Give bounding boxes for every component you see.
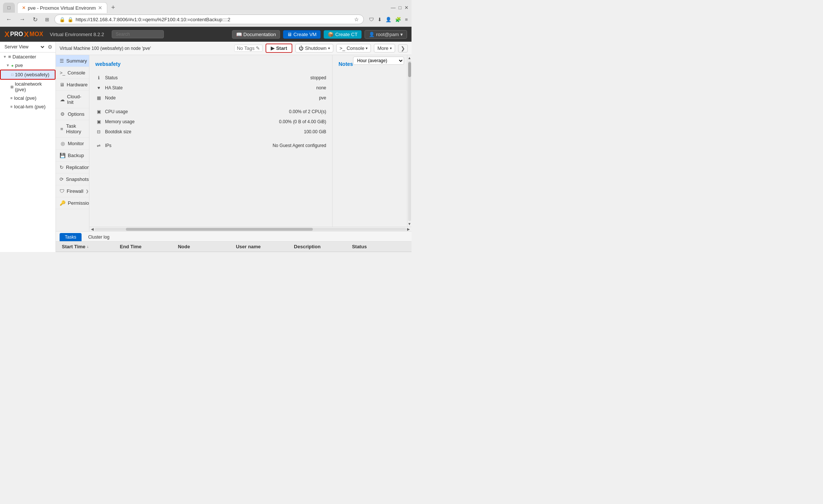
browser-tab-active[interactable]: ✕ pve - Proxmox Virtual Environm ✕ [17,2,108,13]
profile-icon[interactable]: 👤 [385,17,391,22]
new-tab-button[interactable]: + [109,4,117,12]
bookmark-icon[interactable]: ☆ [354,16,359,22]
vm-toolbar: Virtual Machine 100 (websafety) on node … [56,42,412,55]
nav-item-task-history[interactable]: ≡ Task History [56,120,89,138]
user-menu[interactable]: 👤 root@pam ▾ [365,30,407,39]
vm-icon: □ [11,73,13,77]
nav-item-permissions[interactable]: 🔑 Permissions [56,197,89,209]
logo-x1: X [4,30,9,39]
nav-item-cloud-init[interactable]: ☁ Cloud-Init [56,91,89,108]
h-scroll-track[interactable] [95,228,406,231]
back-button[interactable]: ← [4,15,14,23]
bottom-table-header: Start Time ↓ End Time Node User name Des… [56,242,412,252]
window-close-button[interactable]: ✕ [404,5,409,10]
tab-cluster-log[interactable]: Cluster log [83,233,115,241]
scroll-up-button[interactable]: ▲ [408,56,412,60]
nav-item-hardware[interactable]: 🖥 Hardware [56,79,89,91]
col-status[interactable]: Status [350,243,408,250]
right-scrollbar[interactable]: ▲ ▼ [407,55,412,227]
nav-item-console[interactable]: >_ Console [56,67,89,79]
scroll-thumb[interactable] [408,62,411,77]
tags-button[interactable]: No Tags ✎ [234,45,263,52]
sidebar-item-pve[interactable]: ▼ ● pve [0,61,55,70]
reload-button[interactable]: ↻ [31,15,40,24]
memory-icon: ▣ [95,119,102,124]
hardware-icon: 🖥 [60,82,64,87]
create-ct-button[interactable]: 📦 Create CT [324,30,362,39]
console-button[interactable]: >_ Console ▾ [336,44,371,52]
window-minimize-button[interactable]: — [391,5,395,10]
shield-icon[interactable]: 🛡 [369,17,374,22]
nav-item-backup[interactable]: 💾 Backup [56,150,89,162]
nav-item-replication[interactable]: ↻ Replication [56,162,89,173]
nav-item-summary[interactable]: ☰ Summary [56,55,89,67]
pve-label: pve [15,63,23,68]
scroll-down-button[interactable]: ▼ [408,222,412,226]
nav-right-button[interactable]: ❯ [398,44,408,52]
extensions-button[interactable]: ⊞ [43,16,51,23]
nav-item-monitor[interactable]: ◎ Monitor [56,138,89,150]
lvm-icon: ≡ [10,105,13,109]
shutdown-button[interactable]: ⏻ Shutdown ▾ [295,44,333,52]
sidebar-item-local[interactable]: ≡ local (pve) [0,94,55,102]
browser-tab-inactive[interactable]: □ [3,3,15,13]
sidebar-item-vm100[interactable]: □ 100 (websafety) [0,70,55,80]
col-node[interactable]: Node [176,243,234,250]
col-start-time[interactable]: Start Time ↓ [60,243,118,250]
tab-close-icon[interactable]: ✕ [98,5,102,11]
backup-label: Backup [68,153,84,158]
address-bar[interactable]: 🔒 🔒 https://192.168.4.7:8006/#v1:0:=qemu… [54,15,364,24]
search-input[interactable] [112,30,164,38]
nav-item-snapshots[interactable]: ⟳ Snapshots [56,173,89,185]
sidebar-item-datacenter[interactable]: ▼ ≡ Datacenter [0,52,55,61]
logo-x2: X [24,30,29,39]
documentation-label: Documentation [244,32,276,37]
network-icon: ⊞ [10,85,13,89]
extensions-icon[interactable]: 🧩 [395,17,401,22]
sidebar-item-localnetwork[interactable]: ⊞ localnetwork (pve) [0,80,55,94]
menu-icon[interactable]: ≡ [405,17,408,22]
ips-icon: ⇌ [95,143,102,148]
nav-item-options[interactable]: ⚙ Options [56,108,89,120]
task-history-label: Task History [66,123,85,134]
bottom-bar: Tasks Cluster log Start Time ↓ End Time … [56,231,412,252]
scroll-track[interactable] [408,61,411,221]
node-row: ▦ Node pve [95,93,326,103]
h-scroll-left-button[interactable]: ◀ [90,227,95,231]
horizontal-scrollbar: ◀ ▶ [89,227,412,231]
start-button[interactable]: ▶ Start [266,44,292,53]
nav-item-firewall[interactable]: 🛡 Firewall ❯ [56,185,89,197]
sidebar-item-local-lvm[interactable]: ≡ local-lvm (pve) [0,102,55,111]
create-vm-button[interactable]: 🖥 Create VM [283,30,321,39]
create-ct-label: Create CT [335,32,358,37]
col-end-time[interactable]: End Time [118,243,176,250]
datacenter-label: Datacenter [13,54,36,60]
console-label: Console [347,45,365,51]
end-time-label: End Time [120,244,142,249]
download-icon[interactable]: ⬇ [378,17,382,22]
forward-button[interactable]: → [17,15,28,23]
node-icon: ▦ [95,95,102,101]
storage-icon: ≡ [10,96,13,100]
more-button[interactable]: More ▾ [374,44,395,52]
documentation-button[interactable]: 📖 Documentation [232,30,280,39]
status-value: stopped [310,75,326,80]
replication-label: Replication [66,165,89,170]
time-period-select[interactable]: Hour (average) Hour (detail) Day (averag… [353,57,404,65]
tab-tasks[interactable]: Tasks [60,233,82,241]
gear-icon[interactable]: ⚙ [48,44,53,50]
start-label: Start [276,45,287,51]
h-scroll-thumb[interactable] [126,228,313,231]
console-nav-label: Console [67,70,85,76]
h-scroll-right-button[interactable]: ▶ [406,227,411,231]
localnetwork-label: localnetwork (pve) [15,81,53,92]
replication-icon: ↻ [60,165,64,170]
console-nav-icon: >_ [60,70,65,76]
expand-pve-icon: ▼ [6,63,10,67]
more-label: More [377,45,388,51]
server-view-select[interactable]: Server View [3,44,45,50]
col-description[interactable]: Description [292,243,350,250]
nav-menu: ☰ Summary >_ Console 🖥 Hardware ☁ Cloud-… [56,55,89,231]
col-user-name[interactable]: User name [233,243,292,250]
window-restore-button[interactable]: □ [398,5,401,10]
